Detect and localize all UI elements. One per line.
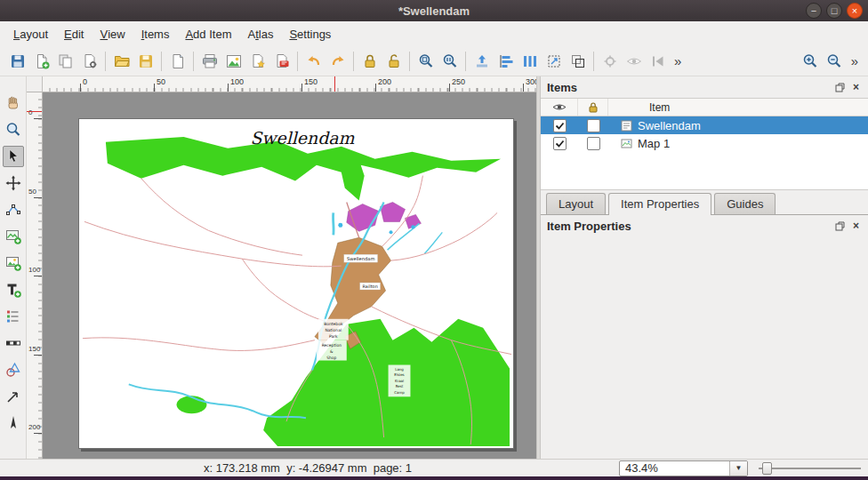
item-properties-header: Item Properties ×	[541, 215, 868, 236]
menu-settings[interactable]: Settings	[281, 21, 339, 46]
menu-items[interactable]: Items	[133, 21, 178, 46]
move-item-content-tool-button[interactable]	[3, 172, 24, 194]
save-icon	[9, 52, 27, 70]
resize-items-button[interactable]	[542, 49, 566, 73]
add-scalebar-icon	[4, 334, 22, 352]
atlas-first-button[interactable]	[646, 49, 670, 73]
raise-items-button[interactable]	[470, 49, 494, 73]
tab-layout[interactable]: Layout	[546, 193, 606, 214]
add-scalebar-tool-button[interactable]	[3, 332, 24, 354]
visibility-checkbox[interactable]	[553, 119, 567, 132]
undo-button[interactable]	[301, 49, 326, 73]
open-folder-icon	[113, 52, 131, 70]
save-button[interactable]	[5, 49, 29, 73]
zoom-tool-button[interactable]	[3, 119, 24, 140]
unlock-items-button[interactable]	[382, 49, 406, 73]
select-move-item-tool-button[interactable]	[3, 146, 24, 167]
export-svg-button[interactable]	[245, 49, 269, 73]
toolbar-overflow-button-2[interactable]: »	[847, 53, 863, 68]
add-arrow-tool-button[interactable]	[3, 386, 24, 407]
zoom-slider[interactable]	[759, 461, 861, 476]
desktop-edge-strip	[0, 476, 868, 480]
group-items-button[interactable]	[566, 49, 590, 73]
minimize-button[interactable]: −	[806, 3, 822, 19]
zoom-level-combo[interactable]: ▼	[619, 460, 748, 476]
layout-canvas[interactable]: Swellendam Railton Bontebok National Par…	[43, 92, 536, 459]
toolbar-overflow-button[interactable]: »	[670, 53, 686, 68]
maximize-button[interactable]: □	[826, 3, 842, 19]
add-arrow-icon	[4, 388, 22, 405]
new-layout-button[interactable]	[29, 49, 53, 73]
add-legend-tool-button[interactable]	[3, 306, 24, 327]
map-title-label[interactable]: Swellendam	[250, 128, 354, 148]
add-shape-tool-button[interactable]	[3, 359, 24, 380]
zoom-actual-button[interactable]	[438, 49, 462, 73]
add-map-icon	[4, 228, 22, 245]
svg-text:Rest: Rest	[396, 384, 404, 388]
duplicate-layout-icon	[57, 52, 75, 70]
items-panel-float-button[interactable]	[834, 82, 846, 93]
zoom-slider-track[interactable]	[759, 468, 861, 469]
zoom-in-button[interactable]	[799, 49, 823, 73]
export-pdf-button[interactable]	[269, 49, 293, 73]
edit-nodes-tool-button[interactable]	[3, 199, 24, 220]
zoom-level-input[interactable]	[620, 461, 729, 475]
undo-icon	[305, 52, 323, 70]
menu-atlas[interactable]: Atlas	[239, 21, 281, 46]
items-panel-close-button[interactable]: ×	[850, 82, 862, 93]
ruler-cursor-marker-x	[334, 76, 335, 92]
redo-button[interactable]	[326, 49, 350, 73]
save-as-template-button[interactable]	[133, 49, 157, 73]
close-button[interactable]: ×	[847, 3, 863, 19]
add-north-arrow-icon	[4, 414, 22, 432]
layout-page[interactable]: Swellendam Railton Bontebok National Par…	[78, 118, 514, 449]
add-picture-tool-button[interactable]	[3, 252, 24, 274]
export-image-button[interactable]	[221, 49, 245, 73]
item-properties-float-button[interactable]	[834, 220, 846, 232]
map-item[interactable]: Swellendam Railton Bontebok National Par…	[79, 119, 513, 448]
item-properties-close-button[interactable]: ×	[850, 220, 862, 232]
zoom-combo-dropdown-button[interactable]: ▼	[729, 461, 747, 476]
svg-text:Shop: Shop	[326, 356, 336, 360]
pan-tool-button[interactable]	[3, 92, 24, 114]
atlas-preview-button[interactable]	[622, 49, 646, 73]
zoom-slider-handle[interactable]	[762, 462, 772, 475]
align-items-icon	[497, 52, 515, 70]
add-north-arrow-tool-button[interactable]	[3, 412, 24, 434]
layout-canvas-block: 0 50 100 150 200 250 300 0 50 100 150	[27, 76, 536, 459]
save-template-icon	[137, 52, 155, 70]
zoom-full-button[interactable]	[414, 49, 438, 73]
lock-checkbox[interactable]	[587, 137, 600, 150]
menu-layout[interactable]: Layout	[5, 21, 56, 46]
atlas-settings-button[interactable]	[598, 49, 622, 73]
duplicate-layout-button[interactable]	[53, 49, 77, 73]
add-pages-button[interactable]	[165, 49, 189, 73]
distribute-items-button[interactable]	[518, 49, 542, 73]
menu-add-item[interactable]: Add Item	[177, 21, 239, 46]
visibility-checkbox[interactable]	[553, 137, 567, 150]
items-row-map1[interactable]: Map 1	[541, 134, 868, 152]
add-map-tool-button[interactable]	[3, 226, 24, 247]
lock-checkbox[interactable]	[587, 119, 600, 132]
add-shape-icon	[4, 361, 22, 379]
zoom-out-button[interactable]	[823, 49, 847, 73]
add-label-icon	[4, 281, 22, 299]
align-items-button[interactable]	[494, 49, 518, 73]
menu-view[interactable]: View	[92, 21, 133, 46]
zoom-tool-icon	[4, 121, 22, 139]
items-row-swellendam[interactable]: Swellendam	[541, 116, 868, 134]
new-layout-icon	[33, 52, 51, 70]
print-button[interactable]	[197, 49, 221, 73]
edit-nodes-icon	[4, 201, 22, 219]
items-panel-title: Items	[547, 81, 577, 94]
tab-guides[interactable]: Guides	[714, 193, 776, 214]
open-template-button[interactable]	[109, 49, 133, 73]
layout-manager-button[interactable]	[77, 49, 101, 73]
lock-items-button[interactable]	[358, 49, 382, 73]
tab-item-properties[interactable]: Item Properties	[608, 193, 711, 215]
add-label-tool-button[interactable]	[3, 279, 24, 300]
svg-text:National: National	[326, 328, 342, 332]
menu-edit[interactable]: Edit	[56, 21, 92, 46]
export-image-icon	[225, 52, 243, 70]
select-cursor-icon	[4, 148, 22, 165]
